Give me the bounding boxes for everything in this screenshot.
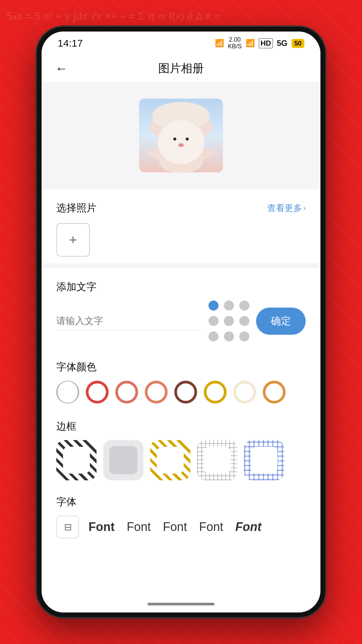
plus-icon: +	[69, 233, 77, 247]
border-plain-inner	[109, 446, 137, 474]
select-photo-header: 选择照片 查看更多 ›	[56, 201, 306, 215]
color-option-coral[interactable]	[145, 381, 168, 404]
border-options-row	[56, 440, 306, 480]
photo-preview-area	[42, 82, 320, 189]
border-option-plaid[interactable]	[197, 440, 237, 480]
text-input-row: 确定	[56, 301, 306, 341]
dot-mid-left[interactable]	[208, 316, 219, 326]
border-option-diagonal[interactable]	[56, 440, 97, 480]
dot-bot-left[interactable]	[208, 331, 219, 341]
font-color-label: 字体颜色	[56, 360, 306, 374]
add-photo-button[interactable]: +	[56, 223, 90, 257]
dot-top-left[interactable]	[208, 301, 219, 311]
page-title: 图片相册	[158, 61, 204, 76]
color-option-salmon[interactable]	[115, 381, 138, 404]
border-section: 边框	[42, 413, 320, 488]
color-option-red[interactable]	[86, 381, 109, 404]
content-area: 选择照片 查看更多 › + 添加文字	[42, 189, 320, 596]
border-option-plain[interactable]	[103, 440, 143, 480]
dot-bot-right[interactable]	[239, 331, 249, 341]
border-option-gold-stripe[interactable]	[150, 440, 190, 480]
add-text-section: 添加文字 确定	[42, 268, 320, 354]
text-input[interactable]	[56, 312, 202, 331]
select-photo-section: 选择照片 查看更多 › +	[42, 189, 320, 263]
status-icons: 📶 2.00KB/S 📶 HD 5G 50	[215, 37, 304, 50]
font-option-normal[interactable]: Font	[124, 519, 154, 535]
color-option-none[interactable]	[56, 381, 79, 404]
color-option-brown[interactable]	[174, 381, 197, 404]
dot-mid-center[interactable]	[224, 316, 234, 326]
phone-shell: 14:17 📶 2.00KB/S 📶 HD 5G 50 ← 图片相册	[37, 27, 325, 617]
photo-preview-image	[139, 99, 223, 172]
font-section: 字体 ⊟ Font Font Font Font Font	[42, 488, 320, 552]
hd-badge: HD	[259, 38, 273, 48]
home-indicator	[42, 596, 320, 612]
color-circles-row	[56, 381, 306, 405]
status-bar: 14:17 📶 2.00KB/S 📶 HD 5G 50	[42, 32, 320, 55]
text-input-wrapper	[56, 312, 202, 331]
view-more-link[interactable]: 查看更多 ›	[267, 202, 306, 214]
font-option-medium[interactable]: Font	[196, 519, 226, 535]
font-option-bold[interactable]: Font	[86, 519, 117, 535]
font-delete-button[interactable]: ⊟	[56, 516, 79, 538]
chevron-right-icon: ›	[303, 204, 306, 213]
dot-top-right[interactable]	[239, 301, 249, 311]
color-option-gold[interactable]	[204, 381, 227, 404]
color-option-cream[interactable]	[233, 381, 256, 404]
font-label: 字体	[56, 495, 306, 509]
font-option-light[interactable]: Font	[160, 519, 190, 535]
font-options-row: ⊟ Font Font Font Font Font	[56, 516, 306, 538]
color-option-orange[interactable]	[263, 381, 286, 404]
divider-1	[42, 263, 320, 268]
confirm-button[interactable]: 确定	[256, 308, 306, 335]
home-bar	[147, 603, 215, 605]
font-option-italic[interactable]: Font	[233, 519, 264, 535]
wifi-icon: 📶	[246, 39, 255, 48]
text-alignment-grid[interactable]	[208, 301, 249, 341]
bluetooth-icon: 📶	[215, 39, 224, 48]
dot-bot-center[interactable]	[224, 331, 234, 341]
add-text-label: 添加文字	[56, 280, 306, 294]
font-color-section: 字体颜色	[42, 354, 320, 413]
header: ← 图片相册	[42, 55, 320, 82]
dot-top-center[interactable]	[224, 301, 234, 311]
border-option-blue-check[interactable]	[244, 440, 284, 480]
select-photo-label: 选择照片	[56, 201, 97, 215]
delete-icon: ⊟	[64, 522, 72, 533]
back-button[interactable]: ←	[52, 58, 71, 79]
battery-icon: 50	[292, 39, 304, 48]
border-label: 边框	[56, 420, 306, 433]
dot-mid-right[interactable]	[239, 316, 249, 326]
network-type: 5G	[277, 39, 288, 48]
status-time: 14:17	[58, 38, 83, 49]
speed-indicator: 2.00KB/S	[228, 37, 242, 50]
